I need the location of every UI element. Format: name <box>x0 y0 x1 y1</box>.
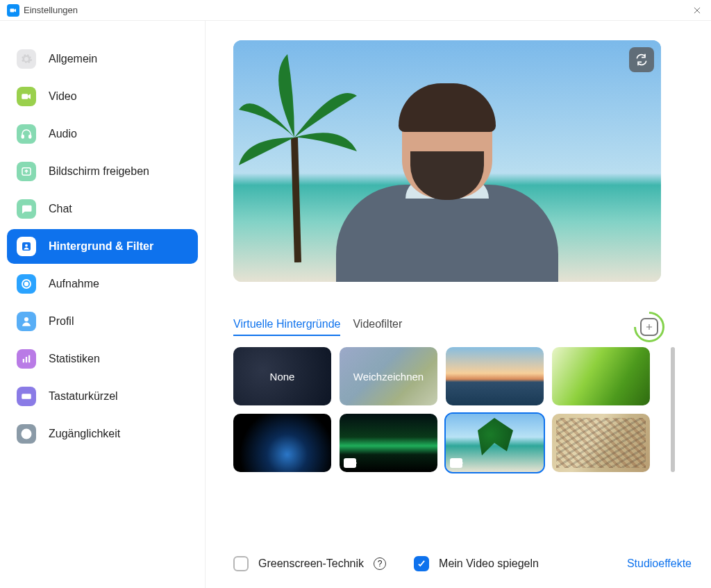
svg-rect-3 <box>29 135 31 139</box>
svg-rect-12 <box>28 355 30 363</box>
bg-option-earth[interactable] <box>233 414 331 472</box>
svg-rect-18 <box>24 397 28 398</box>
svg-rect-2 <box>22 135 24 139</box>
sidebar-item-label: Aufnahme <box>49 278 99 290</box>
sidebar: AllgemeinVideoAudioBildschirm freigebenC… <box>0 21 206 588</box>
backgrounds-list: None Weichzeichnen <box>233 347 675 472</box>
tabs: Virtuelle Hintergründe Videofilter <box>233 318 402 336</box>
highlight-ring <box>628 305 671 348</box>
content: Virtuelle Hintergründe Videofilter None … <box>206 21 711 588</box>
headset-icon <box>17 124 36 144</box>
main: AllgemeinVideoAudioBildschirm freigebenC… <box>0 21 711 588</box>
bg-option-beach[interactable] <box>446 414 544 472</box>
svg-rect-1 <box>22 94 28 99</box>
sidebar-item-label: Bildschirm freigeben <box>49 165 149 178</box>
sidebar-item-background[interactable]: Hintergrund & Filter <box>7 229 198 264</box>
keyboard-icon <box>17 387 36 406</box>
greenscreen-checkbox[interactable] <box>233 556 249 571</box>
sidebar-item-stats[interactable]: Statistiken <box>7 342 198 376</box>
svg-point-9 <box>24 317 28 321</box>
record-icon <box>17 274 36 294</box>
svg-rect-16 <box>26 396 28 397</box>
sidebar-item-chat[interactable]: Chat <box>7 192 198 226</box>
sidebar-item-a11y[interactable]: Zugänglichkeit <box>7 417 198 451</box>
sidebar-item-audio[interactable]: Audio <box>7 117 198 151</box>
sidebar-item-label: Statistiken <box>49 353 100 365</box>
tab-video-filters[interactable]: Videofilter <box>353 318 402 336</box>
bg-blur-label: Weichzeichnen <box>353 371 424 383</box>
svg-rect-10 <box>23 359 24 362</box>
close-button[interactable] <box>690 3 704 17</box>
sidebar-item-record[interactable]: Aufnahme <box>7 267 198 301</box>
bg-option-art[interactable] <box>552 414 650 472</box>
video-badge-icon <box>450 458 462 468</box>
mirror-label: Mein Video spiegeln <box>439 557 539 570</box>
chat-icon <box>17 199 36 219</box>
window-title: Einstellungen <box>24 5 690 15</box>
video-preview <box>233 40 661 282</box>
svg-point-8 <box>25 283 28 286</box>
svg-rect-11 <box>26 357 27 362</box>
sidebar-item-label: Tastaturkürzel <box>49 390 118 403</box>
bg-option-grass[interactable] <box>552 347 650 405</box>
bg-option-bridge[interactable] <box>446 347 544 405</box>
svg-rect-0 <box>10 8 15 12</box>
titlebar: Einstellungen <box>0 0 711 21</box>
bg-option-aurora[interactable] <box>340 414 437 472</box>
svg-point-20 <box>26 430 28 432</box>
sidebar-item-label: Allgemein <box>49 53 97 65</box>
help-icon[interactable]: ? <box>374 557 386 570</box>
scrollbar-thumb[interactable] <box>671 347 675 472</box>
footer: Greenscreen-Technik ? Mein Video spiegel… <box>233 544 692 581</box>
sidebar-item-label: Audio <box>49 128 77 140</box>
greenscreen-label: Greenscreen-Technik <box>258 557 364 570</box>
sidebar-item-label: Hintergrund & Filter <box>49 240 153 253</box>
studio-effects-link[interactable]: Studioeffekte <box>627 557 692 570</box>
tabs-row: Virtuelle Hintergründe Videofilter <box>233 315 661 339</box>
bg-none-label: None <box>270 371 295 383</box>
svg-point-6 <box>25 244 28 247</box>
tab-virtual-backgrounds[interactable]: Virtuelle Hintergründe <box>233 318 340 336</box>
preview-person <box>336 87 558 282</box>
stats-icon <box>17 349 36 369</box>
sidebar-item-video[interactable]: Video <box>7 79 198 114</box>
rotate-icon <box>635 53 649 67</box>
sidebar-item-share[interactable]: Bildschirm freigeben <box>7 154 198 189</box>
bg-option-blur[interactable]: Weichzeichnen <box>340 347 437 405</box>
share-icon <box>17 162 36 181</box>
sidebar-item-general[interactable]: Allgemein <box>7 42 198 76</box>
sidebar-item-label: Video <box>49 90 77 103</box>
sidebar-item-label: Profil <box>49 315 74 328</box>
close-icon <box>692 6 702 15</box>
add-background-button[interactable] <box>637 315 661 339</box>
sidebar-item-label: Chat <box>49 203 72 215</box>
zoom-app-icon <box>7 4 19 17</box>
video-icon <box>17 87 36 106</box>
person-icon <box>17 237 36 256</box>
svg-rect-15 <box>25 396 26 397</box>
rotate-camera-button[interactable] <box>629 47 654 72</box>
mirror-checkbox[interactable] <box>414 556 429 571</box>
svg-rect-14 <box>24 396 25 397</box>
scrollbar[interactable] <box>671 347 675 472</box>
a11y-icon <box>17 424 36 444</box>
sidebar-item-shortcuts[interactable]: Tastaturkürzel <box>7 379 198 414</box>
sidebar-item-label: Zugänglichkeit <box>49 428 120 440</box>
profile-icon <box>17 312 36 331</box>
video-badge-icon <box>344 458 356 468</box>
svg-rect-17 <box>28 396 29 397</box>
bg-option-none[interactable]: None <box>233 347 331 405</box>
gear-icon <box>17 49 36 69</box>
sidebar-item-profile[interactable]: Profil <box>7 304 198 339</box>
